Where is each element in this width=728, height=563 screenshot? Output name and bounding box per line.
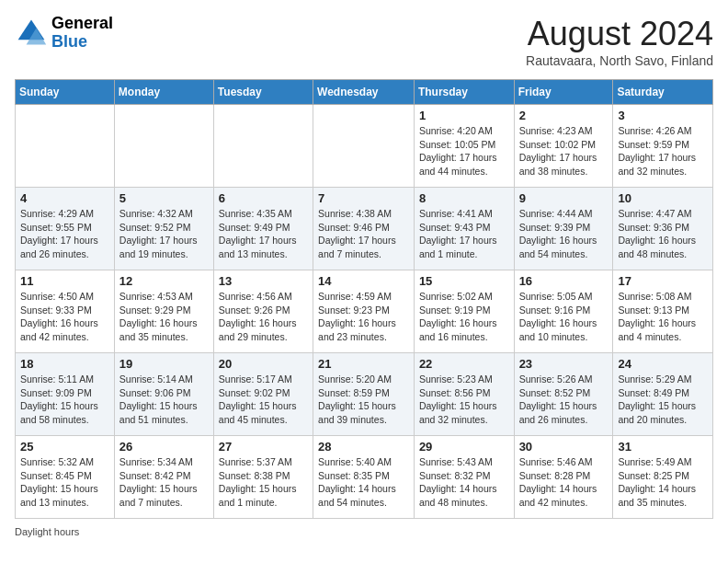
calendar-cell: 6Sunrise: 4:35 AM Sunset: 9:49 PM Daylig…: [213, 188, 313, 270]
logo: General Blue: [15, 15, 113, 52]
day-info: Sunrise: 4:26 AM Sunset: 9:59 PM Dayligh…: [618, 124, 708, 178]
day-info: Sunrise: 5:43 AM Sunset: 8:32 PM Dayligh…: [419, 455, 509, 510]
calendar-cell: 9Sunrise: 4:44 AM Sunset: 9:39 PM Daylig…: [514, 188, 613, 270]
calendar-cell: 31Sunrise: 5:49 AM Sunset: 8:25 PM Dayli…: [613, 436, 713, 519]
col-header-monday: Monday: [114, 80, 213, 105]
day-info: Sunrise: 5:14 AM Sunset: 9:06 PM Dayligh…: [119, 373, 209, 427]
calendar-cell: 25Sunrise: 5:32 AM Sunset: 8:45 PM Dayli…: [16, 436, 115, 519]
calendar-cell: 30Sunrise: 5:46 AM Sunset: 8:28 PM Dayli…: [514, 436, 613, 519]
calendar-cell: 12Sunrise: 4:53 AM Sunset: 9:29 PM Dayli…: [114, 270, 213, 353]
daylight-hours-label: Daylight hours: [15, 526, 79, 537]
day-number: 7: [318, 191, 409, 205]
col-header-thursday: Thursday: [414, 80, 514, 105]
day-info: Sunrise: 5:49 AM Sunset: 8:25 PM Dayligh…: [618, 455, 708, 510]
calendar-cell: 17Sunrise: 5:08 AM Sunset: 9:13 PM Dayli…: [613, 270, 713, 353]
day-number: 15: [419, 274, 509, 288]
calendar-cell: 2Sunrise: 4:23 AM Sunset: 10:02 PM Dayli…: [514, 105, 613, 188]
day-info: Sunrise: 4:56 AM Sunset: 9:26 PM Dayligh…: [219, 290, 308, 344]
calendar-table: SundayMondayTuesdayWednesdayThursdayFrid…: [15, 79, 713, 519]
col-header-tuesday: Tuesday: [213, 80, 313, 105]
day-number: 24: [618, 357, 708, 371]
day-info: Sunrise: 5:34 AM Sunset: 8:42 PM Dayligh…: [119, 455, 209, 510]
day-info: Sunrise: 4:35 AM Sunset: 9:49 PM Dayligh…: [219, 207, 308, 261]
day-info: Sunrise: 4:47 AM Sunset: 9:36 PM Dayligh…: [618, 207, 708, 261]
day-number: 29: [419, 440, 509, 454]
calendar-cell: 7Sunrise: 4:38 AM Sunset: 9:46 PM Daylig…: [313, 188, 415, 270]
day-number: 3: [618, 109, 708, 122]
col-header-friday: Friday: [514, 80, 613, 105]
calendar-cell: 26Sunrise: 5:34 AM Sunset: 8:42 PM Dayli…: [114, 436, 213, 519]
calendar-week-row: 4Sunrise: 4:29 AM Sunset: 9:55 PM Daylig…: [16, 188, 713, 270]
day-info: Sunrise: 4:59 AM Sunset: 9:23 PM Dayligh…: [318, 290, 409, 344]
day-info: Sunrise: 5:37 AM Sunset: 8:38 PM Dayligh…: [219, 455, 308, 510]
day-info: Sunrise: 5:20 AM Sunset: 8:59 PM Dayligh…: [318, 373, 409, 427]
calendar-cell: 15Sunrise: 5:02 AM Sunset: 9:19 PM Dayli…: [414, 270, 514, 353]
logo-general: General: [51, 15, 113, 33]
calendar-cell: 21Sunrise: 5:20 AM Sunset: 8:59 PM Dayli…: [313, 353, 415, 436]
calendar-cell: [16, 105, 115, 188]
calendar-cell: [313, 105, 415, 188]
col-header-saturday: Saturday: [613, 80, 713, 105]
day-number: 13: [219, 274, 308, 288]
calendar-cell: 13Sunrise: 4:56 AM Sunset: 9:26 PM Dayli…: [213, 270, 313, 353]
day-info: Sunrise: 5:46 AM Sunset: 8:28 PM Dayligh…: [519, 455, 609, 510]
day-info: Sunrise: 5:26 AM Sunset: 8:52 PM Dayligh…: [519, 373, 609, 427]
day-number: 23: [519, 357, 609, 371]
footer: Daylight hours: [15, 526, 713, 537]
day-number: 25: [20, 440, 109, 454]
calendar-cell: 22Sunrise: 5:23 AM Sunset: 8:56 PM Dayli…: [414, 353, 514, 436]
day-info: Sunrise: 5:32 AM Sunset: 8:45 PM Dayligh…: [20, 455, 109, 510]
day-info: Sunrise: 5:40 AM Sunset: 8:35 PM Dayligh…: [318, 455, 409, 510]
calendar-cell: 10Sunrise: 4:47 AM Sunset: 9:36 PM Dayli…: [613, 188, 713, 270]
calendar-cell: 3Sunrise: 4:26 AM Sunset: 9:59 PM Daylig…: [613, 105, 713, 188]
calendar-cell: 28Sunrise: 5:40 AM Sunset: 8:35 PM Dayli…: [313, 436, 415, 519]
day-info: Sunrise: 5:11 AM Sunset: 9:09 PM Dayligh…: [20, 373, 109, 427]
calendar-cell: 4Sunrise: 4:29 AM Sunset: 9:55 PM Daylig…: [16, 188, 115, 270]
month-title: August 2024: [526, 15, 713, 53]
day-info: Sunrise: 4:32 AM Sunset: 9:52 PM Dayligh…: [119, 207, 209, 261]
day-number: 30: [519, 440, 609, 454]
calendar-cell: [114, 105, 213, 188]
day-info: Sunrise: 4:41 AM Sunset: 9:43 PM Dayligh…: [419, 207, 509, 261]
calendar-cell: 23Sunrise: 5:26 AM Sunset: 8:52 PM Dayli…: [514, 353, 613, 436]
day-info: Sunrise: 4:29 AM Sunset: 9:55 PM Dayligh…: [20, 207, 109, 261]
day-number: 4: [20, 191, 109, 205]
day-number: 2: [519, 109, 609, 122]
day-info: Sunrise: 5:05 AM Sunset: 9:16 PM Dayligh…: [519, 290, 609, 344]
day-number: 31: [618, 440, 708, 454]
day-number: 1: [419, 109, 509, 122]
calendar-week-row: 11Sunrise: 4:50 AM Sunset: 9:33 PM Dayli…: [16, 270, 713, 353]
day-number: 9: [519, 191, 609, 205]
calendar-cell: 1Sunrise: 4:20 AM Sunset: 10:05 PM Dayli…: [414, 105, 514, 188]
col-header-wednesday: Wednesday: [313, 80, 415, 105]
day-info: Sunrise: 4:20 AM Sunset: 10:05 PM Daylig…: [419, 124, 509, 178]
calendar-cell: 8Sunrise: 4:41 AM Sunset: 9:43 PM Daylig…: [414, 188, 514, 270]
calendar-header-row: SundayMondayTuesdayWednesdayThursdayFrid…: [16, 80, 713, 105]
day-info: Sunrise: 4:44 AM Sunset: 9:39 PM Dayligh…: [519, 207, 609, 261]
header: General Blue August 2024 Rautavaara, Nor…: [15, 15, 713, 68]
day-number: 26: [119, 440, 209, 454]
day-number: 22: [419, 357, 509, 371]
day-info: Sunrise: 4:50 AM Sunset: 9:33 PM Dayligh…: [20, 290, 109, 344]
day-number: 14: [318, 274, 409, 288]
logo-icon: [15, 17, 48, 50]
day-number: 20: [219, 357, 308, 371]
calendar-cell: 24Sunrise: 5:29 AM Sunset: 8:49 PM Dayli…: [613, 353, 713, 436]
col-header-sunday: Sunday: [16, 80, 115, 105]
calendar-cell: 14Sunrise: 4:59 AM Sunset: 9:23 PM Dayli…: [313, 270, 415, 353]
calendar-cell: 16Sunrise: 5:05 AM Sunset: 9:16 PM Dayli…: [514, 270, 613, 353]
day-number: 11: [20, 274, 109, 288]
calendar-cell: 27Sunrise: 5:37 AM Sunset: 8:38 PM Dayli…: [213, 436, 313, 519]
day-number: 18: [20, 357, 109, 371]
day-number: 5: [119, 191, 209, 205]
day-info: Sunrise: 4:53 AM Sunset: 9:29 PM Dayligh…: [119, 290, 209, 344]
day-number: 28: [318, 440, 409, 454]
day-info: Sunrise: 4:38 AM Sunset: 9:46 PM Dayligh…: [318, 207, 409, 261]
day-number: 16: [519, 274, 609, 288]
day-info: Sunrise: 5:02 AM Sunset: 9:19 PM Dayligh…: [419, 290, 509, 344]
calendar-cell: [213, 105, 313, 188]
calendar-cell: 18Sunrise: 5:11 AM Sunset: 9:09 PM Dayli…: [16, 353, 115, 436]
calendar-cell: 29Sunrise: 5:43 AM Sunset: 8:32 PM Dayli…: [414, 436, 514, 519]
calendar-cell: 19Sunrise: 5:14 AM Sunset: 9:06 PM Dayli…: [114, 353, 213, 436]
subtitle: Rautavaara, North Savo, Finland: [526, 53, 713, 68]
